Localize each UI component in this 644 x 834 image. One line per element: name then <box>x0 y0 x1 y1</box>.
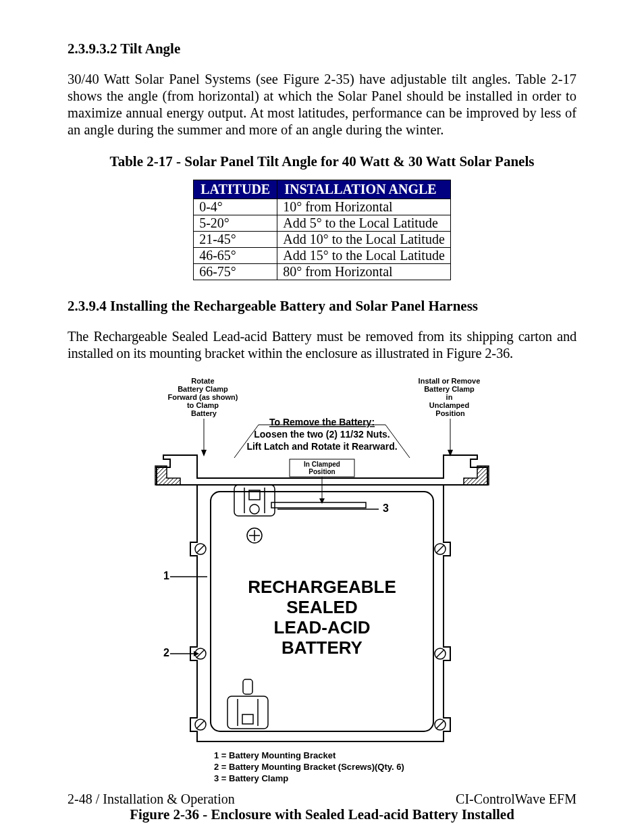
figure-caption: Figure 2-36 - Enclosure with Sealed Lead… <box>68 806 576 823</box>
heading-installing-battery: 2.3.9.4 Installing the Rechargeable Batt… <box>68 298 576 315</box>
svg-marker-35 <box>319 498 325 504</box>
legend-2: 2 = Battery Mounting Bracket (Screws)(Qt… <box>214 762 404 772</box>
battery-enclosure-diagram: Rotate Battery Clamp Forward (as shown) … <box>133 377 511 796</box>
svg-rect-1 <box>234 485 275 516</box>
table-header-installation-angle: INSTALLATION ANGLE <box>277 180 451 199</box>
svg-text:In Clamped: In Clamped <box>304 461 340 468</box>
table-header-latitude: LATITUDE <box>194 180 277 199</box>
svg-line-26 <box>436 721 444 729</box>
svg-rect-6 <box>271 502 366 508</box>
right-clamp-bracket <box>464 466 489 485</box>
screw-top <box>247 528 262 543</box>
cell-angle: 80° from Horizontal <box>277 264 451 280</box>
svg-text:BATTERY: BATTERY <box>281 637 363 658</box>
anno-remove-battery-title: To Remove the Battery: <box>269 417 375 427</box>
bottom-clamp-assembly <box>227 679 268 729</box>
figure-2-36: Rotate Battery Clamp Forward (as shown) … <box>68 377 576 796</box>
anno-remove-battery-l2: Loosen the two (2) 11/32 Nuts. <box>254 429 390 440</box>
cell-angle: Add 15° to the Local Latitude <box>277 248 451 264</box>
table-row: 5-20° Add 5° to the Local Latitude <box>194 215 451 232</box>
svg-rect-13 <box>242 714 253 724</box>
cell-angle: Add 5° to the Local Latitude <box>277 215 451 232</box>
svg-line-16 <box>196 545 205 553</box>
cell-angle: Add 10° to the Local Latitude <box>277 232 451 248</box>
paragraph-installing-battery: The Rechargeable Sealed Lead-acid Batter… <box>68 328 576 362</box>
svg-line-22 <box>436 545 444 553</box>
svg-text:LEAD-ACID: LEAD-ACID <box>274 617 371 637</box>
left-clamp-bracket <box>155 466 180 485</box>
anno-rotate-clamp: Rotate Battery Clamp Forward (as shown) … <box>168 377 240 417</box>
svg-point-5 <box>250 504 259 514</box>
figure-legend: 1 = Battery Mounting Bracket 2 = Battery… <box>214 750 404 783</box>
cell-latitude: 5-20° <box>194 215 277 232</box>
paragraph-tilt-angle: 30/40 Watt Solar Panel Systems (see Figu… <box>68 71 576 138</box>
footer-right: CI-ControlWave EFM <box>456 791 576 807</box>
svg-line-24 <box>436 650 444 658</box>
tilt-angle-table: LATITUDE INSTALLATION ANGLE 0-4° 10° fro… <box>193 180 451 280</box>
table-row: 46-65° Add 15° to the Local Latitude <box>194 248 451 264</box>
callout-2: 2 <box>163 647 169 658</box>
table-caption: Table 2-17 - Solar Panel Tilt Angle for … <box>68 153 576 170</box>
cell-latitude: 46-65° <box>194 248 277 264</box>
cell-angle: 10° from Horizontal <box>277 199 451 215</box>
callout-3: 3 <box>383 502 389 514</box>
legend-1: 1 = Battery Mounting Bracket <box>214 750 336 760</box>
svg-text:Position: Position <box>308 468 335 475</box>
top-clamp-assembly <box>234 485 366 516</box>
anno-in-clamped: In Clamped Position <box>290 459 354 504</box>
heading-tilt-angle: 2.3.9.3.2 Tilt Angle <box>68 41 576 57</box>
callout-1: 1 <box>163 570 169 581</box>
table-row: 0-4° 10° from Horizontal <box>194 199 451 215</box>
footer-left: 2-48 / Installation & Operation <box>68 791 235 807</box>
battery-main-label: RECHARGEABLE SEALED LEAD-ACID BATTERY <box>248 577 396 658</box>
anno-install-remove-clamp: Install or Remove Battery Clamp in Uncla… <box>419 377 483 417</box>
svg-text:SEALED: SEALED <box>286 597 357 617</box>
legend-3: 3 = Battery Clamp <box>214 773 288 783</box>
cell-latitude: 0-4° <box>194 199 277 215</box>
svg-line-20 <box>196 721 205 729</box>
cell-latitude: 21-45° <box>194 232 277 248</box>
svg-marker-37 <box>201 450 207 457</box>
svg-text:RECHARGEABLE: RECHARGEABLE <box>248 577 396 597</box>
svg-rect-14 <box>243 679 252 694</box>
table-row: 21-45° Add 10° to the Local Latitude <box>194 232 451 248</box>
cell-latitude: 66-75° <box>194 264 277 280</box>
table-row: 66-75° 80° from Horizontal <box>194 264 451 280</box>
anno-remove-battery-l3: Lift Latch and Rotate it Rearward. <box>246 441 397 452</box>
